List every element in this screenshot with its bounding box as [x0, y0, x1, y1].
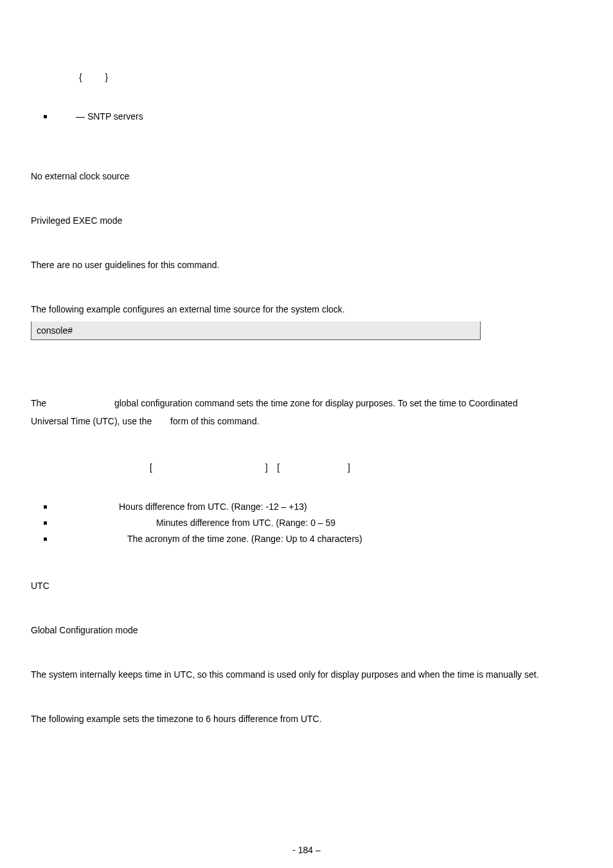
command-mode: Privileged EXEC mode [31, 214, 582, 228]
user-guidelines-2: The system internally keeps time in UTC,… [31, 668, 582, 682]
command-mode-2: Global Configuration mode [31, 624, 582, 637]
syntax-line-1: { xxxx } [31, 71, 582, 84]
desc-p1b: global configuration command sets the ti… [112, 398, 518, 408]
bullet-text: The acronym of the time zone. (Range: Up… [127, 534, 362, 544]
desc-p2a: Universal Time (UTC), use the [31, 416, 154, 426]
page-number: - 184 – [292, 845, 321, 855]
example-intro-1: The following example configures an exte… [31, 303, 582, 316]
default-config-2: UTC [31, 579, 582, 593]
bullet-item: The acronym of the time zone. (Range: Up… [31, 532, 582, 546]
page: { xxxx } — SNTP servers No external cloc… [0, 0, 613, 868]
bracket-open-2: [ [277, 462, 280, 473]
bullet-item: Hours difference from UTC. (Range: -12 –… [31, 500, 582, 514]
bracket-close-2: ] [348, 462, 350, 473]
brace-open: { [79, 72, 82, 82]
page-footer: - 184 – [0, 845, 613, 855]
syntax-line-2: [ xxxxxxxxxxxxxxxxxxxxxxxx ] x [ xxxxxxx… [31, 461, 582, 475]
desc-p1a: The [31, 398, 49, 408]
bullet-text: — SNTP servers [76, 111, 143, 122]
user-guidelines: There are no user guidelines for this co… [31, 258, 582, 272]
desc-paragraph: The xxxxxxxxxxxxxx global configuration … [31, 394, 582, 430]
bullet-icon [44, 115, 47, 118]
brace-close: } [105, 72, 108, 82]
bullet-item: Minutes difference from UTC. (Range: 0 –… [31, 516, 582, 530]
example-intro-2: The following example sets the timezone … [31, 712, 582, 726]
bullet-icon [44, 538, 47, 541]
default-config: No external clock source [31, 170, 582, 183]
code-box: console# [31, 321, 481, 340]
bullet-item: — SNTP servers [31, 110, 582, 123]
bullet-text: Minutes difference from UTC. (Range: 0 –… [156, 518, 335, 528]
bracket-close-1: ] [265, 462, 268, 473]
bullet-text: Hours difference from UTC. (Range: -12 –… [119, 502, 307, 512]
desc-p2b: form of this command. [168, 416, 259, 426]
bracket-open-1: [ [150, 462, 152, 473]
code-text: console# [37, 325, 73, 336]
bullet-icon [44, 521, 47, 525]
bullet-icon [44, 505, 47, 509]
